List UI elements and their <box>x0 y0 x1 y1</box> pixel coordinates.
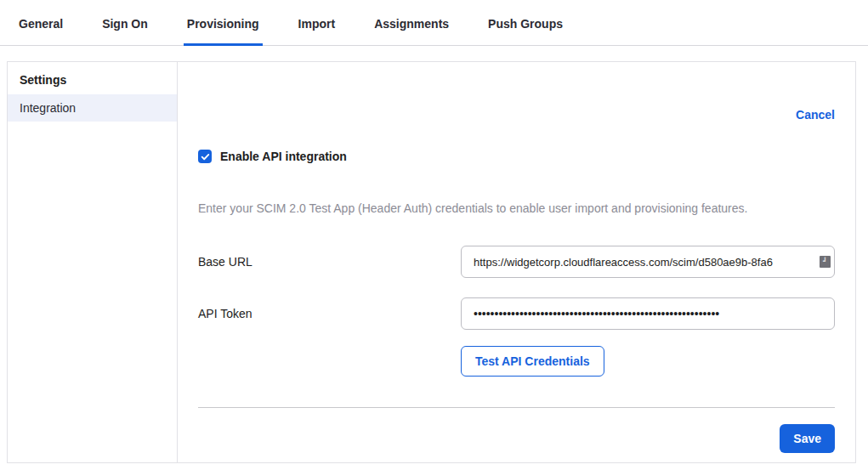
base-url-label: Base URL <box>198 255 461 269</box>
checkmark-icon <box>201 152 210 161</box>
tab-push-groups[interactable]: Push Groups <box>485 17 566 46</box>
base-url-input[interactable] <box>461 246 835 278</box>
test-api-credentials-button[interactable]: Test API Credentials <box>461 346 604 377</box>
sidebar-heading: Settings <box>8 62 177 94</box>
sidebar-item-integration[interactable]: Integration <box>8 94 177 122</box>
tab-import[interactable]: Import <box>295 17 339 46</box>
tab-bar: General Sign On Provisioning Import Assi… <box>0 0 868 46</box>
enable-api-integration-label: Enable API integration <box>220 150 347 163</box>
footer-divider <box>198 407 835 408</box>
credentials-description: Enter your SCIM 2.0 Test App (Header Aut… <box>198 201 835 215</box>
tab-provisioning[interactable]: Provisioning <box>184 17 263 46</box>
tab-assignments[interactable]: Assignments <box>371 17 452 46</box>
cancel-link[interactable]: Cancel <box>796 108 835 122</box>
api-token-label: API Token <box>198 307 461 320</box>
provisioning-panel: Settings Integration Cancel Enable API i… <box>7 61 856 463</box>
settings-sidebar: Settings Integration <box>8 62 178 462</box>
integration-settings-form: Cancel Enable API integration Enter your… <box>178 62 855 462</box>
enable-api-integration-checkbox[interactable] <box>198 150 212 163</box>
tab-general[interactable]: General <box>15 17 66 46</box>
tab-sign-on[interactable]: Sign On <box>99 17 151 46</box>
api-token-input[interactable] <box>461 297 835 330</box>
save-button[interactable]: Save <box>780 424 835 453</box>
